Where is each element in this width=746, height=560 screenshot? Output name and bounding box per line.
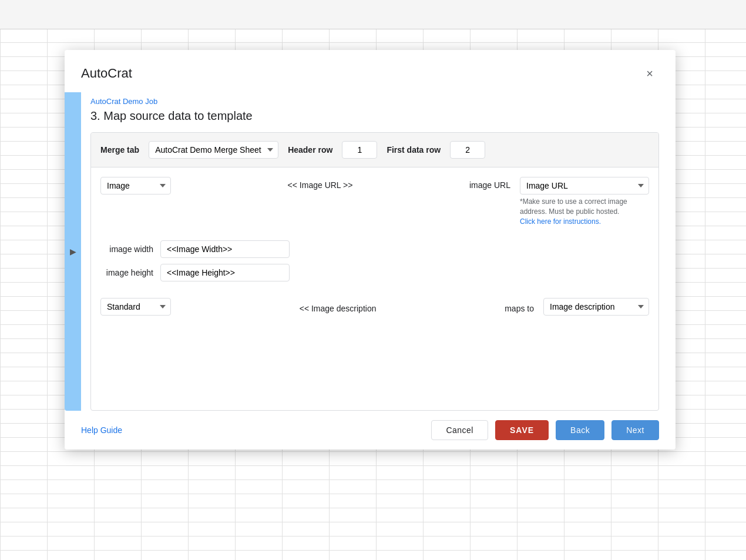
breadcrumb[interactable]: AutoCrat Demo Job [90,97,659,106]
header-row-input[interactable] [342,141,377,159]
merge-tab-row: Merge tab AutoCrat Demo Merge Sheet Head… [91,133,658,167]
dialog-body: ▶ AutoCrat Demo Job 3. Map source data t… [65,92,676,411]
column-select-2[interactable]: Image description [543,298,649,316]
column-select-1[interactable]: Image URL [520,177,649,195]
image-width-input[interactable] [160,240,290,258]
image-width-row: image width [100,240,649,258]
image-url-note: *Make sure to use a correct image addres… [520,197,649,226]
image-height-row: image height [100,264,649,281]
mapping-row-1: Image << Image URL >> image URL Image UR… [100,177,649,226]
close-button[interactable]: × [640,64,659,83]
save-button[interactable]: SAVE [495,420,549,440]
step-title: 3. Map source data to template [90,109,659,123]
instructions-link[interactable]: Click here for instructions. [520,217,601,226]
mapping-row-2: Standard << Image description maps to Im… [100,298,649,316]
image-height-input[interactable] [160,264,290,281]
merge-tab-select[interactable]: AutoCrat Demo Merge Sheet [149,141,278,159]
maps-to-label-2: maps to [505,300,534,313]
image-width-label: image width [100,244,153,254]
back-button[interactable]: Back [556,420,604,440]
merge-tab-label: Merge tab [100,145,139,155]
cancel-button[interactable]: Cancel [431,420,488,440]
dialog: AutoCrat × ▶ AutoCrat Demo Job 3. Map so… [65,50,676,450]
scroll-content[interactable]: Merge tab AutoCrat Demo Merge Sheet Head… [91,133,658,410]
image-height-label: image height [100,268,153,277]
sidebar: ▶ [65,92,81,411]
spreadsheet-header [0,0,746,29]
mapping-type-select-1[interactable]: Image [100,177,171,195]
first-data-row-input[interactable] [450,141,485,159]
sidebar-arrow-icon[interactable]: ▶ [70,247,76,256]
main-content: AutoCrat Demo Job 3. Map source data to … [81,92,676,411]
template-tag-1: << Image URL >> [180,177,460,190]
scroll-area: Merge tab AutoCrat Demo Merge Sheet Head… [90,132,659,411]
horizontal-scrollbar[interactable]: ◀ ▶ [91,410,658,411]
mapping-section: Image << Image URL >> image URL Image UR… [91,167,658,334]
dialog-footer: Help Guide Cancel SAVE Back Next [65,411,676,450]
first-data-row-label: First data row [387,145,441,155]
maps-to-label-1: image URL [469,177,510,190]
help-guide-link[interactable]: Help Guide [81,425,122,435]
header-row-label: Header row [288,145,332,155]
dialog-title: AutoCrat [81,66,132,81]
image-fields: image width image height [100,240,649,281]
mapping-type-select-2[interactable]: Standard [100,298,171,316]
dialog-header: AutoCrat × [65,50,676,92]
template-tag-2: << Image description [180,300,495,313]
column-select-wrapper-1: Image URL *Make sure to use a correct im… [520,177,649,226]
next-button[interactable]: Next [611,420,659,440]
